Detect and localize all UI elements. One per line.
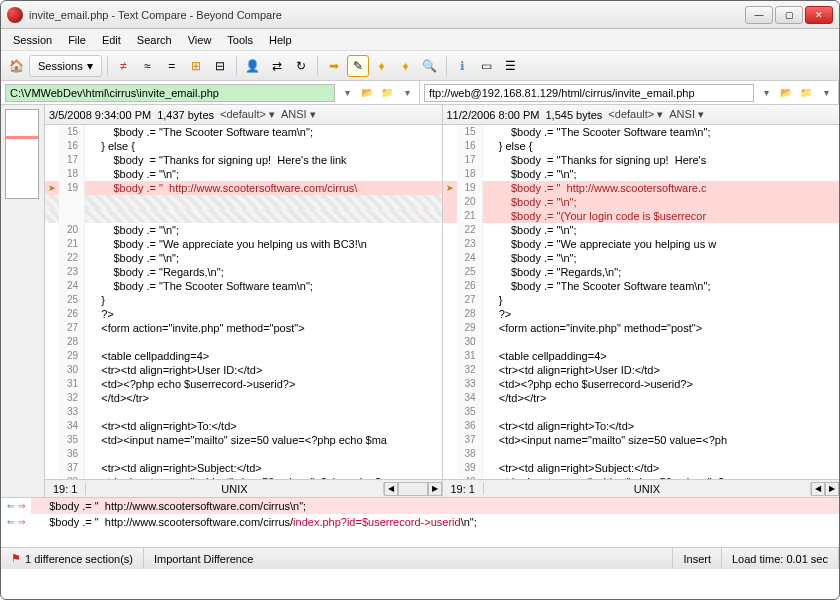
code-line[interactable]: 16 } else { <box>45 139 442 153</box>
code-line[interactable]: 29 <table cellpadding=4> <box>45 349 442 363</box>
left-code[interactable]: 15 $body .= "The Scooter Software team\n… <box>45 125 442 479</box>
code-line[interactable]: 17 $body = "Thanks for signing up! Here'… <box>45 153 442 167</box>
merge-line[interactable]: ⇐⇒ $body .= " http://www.scootersoftware… <box>1 514 839 530</box>
code-line[interactable]: 38 <td><input name="subject" size=50 val… <box>45 475 442 479</box>
code-line[interactable]: 35 <box>443 405 840 419</box>
menu-session[interactable]: Session <box>5 31 60 49</box>
menu-help[interactable]: Help <box>261 31 300 49</box>
code-line[interactable] <box>45 195 442 209</box>
open-folder-icon[interactable]: 📂 <box>778 85 794 101</box>
minimize-button[interactable] <box>745 6 773 24</box>
open-folder-icon[interactable]: 📂 <box>359 85 375 101</box>
thumbnail-strip[interactable] <box>1 105 45 497</box>
maximize-button[interactable] <box>775 6 803 24</box>
code-line[interactable]: 17 $body = "Thanks for signing up! Here'… <box>443 153 840 167</box>
layout2-icon[interactable]: ☰ <box>500 55 522 77</box>
take-left-icon[interactable]: ⇐ <box>6 517 16 527</box>
menu-file[interactable]: File <box>60 31 94 49</box>
left-path-input[interactable] <box>5 84 335 102</box>
code-line[interactable]: 32 <tr><td align=right>User ID:</td> <box>443 363 840 377</box>
code-line[interactable] <box>45 209 442 223</box>
dropdown-icon[interactable]: ▾ <box>818 85 834 101</box>
merge-line[interactable]: ⇐⇒ $body .= " http://www.scootersoftware… <box>1 498 839 514</box>
swap-icon[interactable]: ⇄ <box>266 55 288 77</box>
scroll-left-icon[interactable]: ◀ <box>811 482 825 496</box>
code-line[interactable]: ➤19 $body .= " http://www.scootersoftwar… <box>45 181 442 195</box>
code-line[interactable]: 25 $body .= "Regards,\n"; <box>443 265 840 279</box>
code-line[interactable]: 23 $body .= "We appreciate you helping u… <box>443 237 840 251</box>
code-line[interactable]: 27 <form action="invite.php" method="pos… <box>45 321 442 335</box>
dropdown-icon[interactable]: ▾ <box>399 85 415 101</box>
code-line[interactable]: 27 } <box>443 293 840 307</box>
menu-tools[interactable]: Tools <box>219 31 261 49</box>
code-line[interactable]: 20 $body .= "\n"; <box>45 223 442 237</box>
code-line[interactable]: 15 $body .= "The Scooter Software team\n… <box>443 125 840 139</box>
scroll-right-icon[interactable]: ▶ <box>825 482 839 496</box>
code-line[interactable]: 16 } else { <box>443 139 840 153</box>
prev-diff-icon[interactable]: ♦ <box>371 55 393 77</box>
sessions-button[interactable]: Sessions ▾ <box>29 55 102 77</box>
code-line[interactable]: 23 $body .= "Regards,\n"; <box>45 265 442 279</box>
code-line[interactable]: 35 <td><input name="mailto" size=50 valu… <box>45 433 442 447</box>
code-line[interactable]: 34 </td></tr> <box>443 391 840 405</box>
find-icon[interactable]: 🔍 <box>419 55 441 77</box>
code-line[interactable]: 24 $body .= "The Scooter Software team\n… <box>45 279 442 293</box>
browse-icon[interactable]: 📁 <box>798 85 814 101</box>
right-code[interactable]: 15 $body .= "The Scooter Software team\n… <box>443 125 840 479</box>
close-button[interactable] <box>805 6 833 24</box>
code-line[interactable]: 40 <td><input name="subject" size=50 val… <box>443 475 840 479</box>
code-line[interactable]: 32 </td></tr> <box>45 391 442 405</box>
code-line[interactable]: 30 <box>443 335 840 349</box>
dropdown-icon[interactable]: ▾ <box>758 85 774 101</box>
menu-view[interactable]: View <box>180 31 220 49</box>
code-line[interactable]: 36 <tr><td align=right>To:</td> <box>443 419 840 433</box>
code-line[interactable]: 22 $body .= "\n"; <box>45 251 442 265</box>
right-enc1[interactable]: <default> ▾ <box>608 108 663 121</box>
code-line[interactable]: 39 <tr><td align=right>Subject:</td> <box>443 461 840 475</box>
not-equal-icon[interactable]: ≠ <box>113 55 135 77</box>
code-line[interactable]: 22 $body .= "\n"; <box>443 223 840 237</box>
info-icon[interactable]: ℹ <box>452 55 474 77</box>
code-line[interactable]: 21 $body .= "We appreciate you helping u… <box>45 237 442 251</box>
take-right-icon[interactable]: ⇒ <box>17 501 27 511</box>
code-line[interactable]: 26 $body .= "The Scooter Software team\n… <box>443 279 840 293</box>
code-line[interactable]: 24 $body .= "\n"; <box>443 251 840 265</box>
overview-thumb[interactable] <box>5 109 39 199</box>
code-line[interactable]: 21 $body .= "(Your login code is $userre… <box>443 209 840 223</box>
code-line[interactable]: 36 <box>45 447 442 461</box>
code-line[interactable]: 38 <box>443 447 840 461</box>
copy-right-icon[interactable]: ➡ <box>323 55 345 77</box>
equal-icon[interactable]: = <box>161 55 183 77</box>
code-line[interactable]: 29 <form action="invite.php" method="pos… <box>443 321 840 335</box>
code-line[interactable]: 25 } <box>45 293 442 307</box>
take-right-icon[interactable]: ⇒ <box>17 517 27 527</box>
code-line[interactable]: 26 ?> <box>45 307 442 321</box>
left-enc1[interactable]: <default> ▾ <box>220 108 275 121</box>
next-diff-icon[interactable]: ♦ <box>395 55 417 77</box>
code-line[interactable]: 31 <td><?php echo $userrecord->userid?> <box>45 377 442 391</box>
code-line[interactable]: ➤19 $body .= " http://www.scootersoftwar… <box>443 181 840 195</box>
layout1-icon[interactable]: ▭ <box>476 55 498 77</box>
dropdown-icon[interactable]: ▾ <box>339 85 355 101</box>
code-line[interactable]: 28 <box>45 335 442 349</box>
right-enc2[interactable]: ANSI ▾ <box>669 108 704 121</box>
edit-icon[interactable]: ✎ <box>347 55 369 77</box>
code-line[interactable]: 20 $body .= "\n"; <box>443 195 840 209</box>
menu-edit[interactable]: Edit <box>94 31 129 49</box>
code-line[interactable]: 37 <tr><td align=right>Subject:</td> <box>45 461 442 475</box>
right-path-input[interactable] <box>424 84 754 102</box>
approx-equal-icon[interactable]: ≈ <box>137 55 159 77</box>
format-icon[interactable]: ⊟ <box>209 55 231 77</box>
code-line[interactable]: 28 ?> <box>443 307 840 321</box>
take-left-icon[interactable]: ⇐ <box>6 501 16 511</box>
code-line[interactable]: 15 $body .= "The Scooter Software team\n… <box>45 125 442 139</box>
code-line[interactable]: 37 <td><input name="mailto" size=50 valu… <box>443 433 840 447</box>
code-line[interactable]: 18 $body .= "\n"; <box>45 167 442 181</box>
code-line[interactable]: 30 <tr><td align=right>User ID:</td> <box>45 363 442 377</box>
reload-icon[interactable]: ↻ <box>290 55 312 77</box>
code-line[interactable]: 18 $body .= "\n"; <box>443 167 840 181</box>
home-icon[interactable]: 🏠 <box>5 55 27 77</box>
code-line[interactable]: 33 <td><?php echo $userrecord->userid?> <box>443 377 840 391</box>
code-line[interactable]: 31 <table cellpadding=4> <box>443 349 840 363</box>
browse-icon[interactable]: 📁 <box>379 85 395 101</box>
